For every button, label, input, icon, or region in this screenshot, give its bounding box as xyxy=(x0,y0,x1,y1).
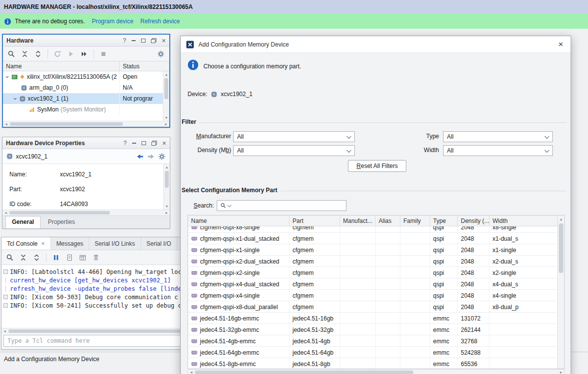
scroll-thumb[interactable] xyxy=(559,223,563,273)
tab-serial-io[interactable]: Serial I/O xyxy=(141,237,177,250)
type-select[interactable]: All xyxy=(443,131,553,142)
hw-row-xcvc1902[interactable]: xcvc1902_1 (1) Not prograr xyxy=(3,93,163,104)
refresh-icon[interactable] xyxy=(53,50,61,58)
forward-arrow-icon[interactable] xyxy=(147,153,155,160)
reset-all-filters-button[interactable]: Reset All Filters xyxy=(348,160,406,172)
scroll-left-icon[interactable]: ◂ xyxy=(188,370,195,374)
vertical-scrollbar[interactable]: ▴ ▾ xyxy=(163,71,169,121)
scroll-thumb[interactable] xyxy=(10,122,123,126)
hw-row-target[interactable]: xilinx_tcf/Xilinx/822115130065A (2 Open xyxy=(3,71,163,82)
column-header[interactable]: Width xyxy=(490,215,557,226)
fold-marker-icon[interactable] xyxy=(1,269,10,274)
scroll-thumb[interactable] xyxy=(9,211,110,214)
column-header[interactable]: Manufact... xyxy=(340,215,376,226)
close-icon[interactable]: × xyxy=(162,141,166,146)
tree-collapse-icon[interactable] xyxy=(5,75,9,79)
tab-messages[interactable]: Messages xyxy=(51,237,90,250)
search-icon[interactable] xyxy=(6,254,14,262)
column-header-name[interactable]: Name xyxy=(3,61,120,71)
back-arrow-icon[interactable] xyxy=(136,153,144,160)
scroll-thumb[interactable] xyxy=(195,371,413,374)
hw-row-sysmon[interactable]: SysMon (System Monitor) xyxy=(3,104,163,115)
minimize-icon[interactable] xyxy=(132,40,136,41)
table-row[interactable]: cfgmem-qspi-x2-dual_stacked cfgmem qspi … xyxy=(188,256,557,267)
scroll-up-icon[interactable]: ▴ xyxy=(163,71,169,78)
fast-forward-icon[interactable] xyxy=(80,50,88,58)
column-header[interactable]: Type xyxy=(430,215,458,226)
table-row[interactable]: jedec4.51-16gb-emmc jedec4.51-16gb emmc … xyxy=(188,313,557,324)
table-row[interactable]: cfgmem-qspi-x2-single cfgmem qspi 2048 x… xyxy=(188,267,557,278)
vertical-scrollbar[interactable]: ▴ ▾ xyxy=(163,164,170,210)
table-row[interactable]: cfgmem-qspi-x1-dual_stacked cfgmem qspi … xyxy=(188,233,557,244)
pause-output-icon[interactable] xyxy=(52,254,60,262)
horizontal-scrollbar[interactable]: ◂ ▸ xyxy=(3,121,169,127)
help-icon[interactable]: ? xyxy=(123,140,127,147)
copy-icon[interactable] xyxy=(65,254,73,262)
horizontal-scrollbar[interactable]: ◂ ▸ xyxy=(188,369,565,374)
expand-all-icon[interactable] xyxy=(34,50,42,58)
search-icon[interactable] xyxy=(7,50,15,58)
vertical-scrollbar[interactable]: ▴ xyxy=(557,215,564,369)
column-header[interactable]: Family xyxy=(400,215,430,226)
dialog-close-icon[interactable]: × xyxy=(556,41,565,49)
tab-properties[interactable]: Properties xyxy=(42,216,82,228)
fold-marker-icon[interactable] xyxy=(1,303,10,308)
tab-general[interactable]: General xyxy=(5,216,41,228)
search-box[interactable] xyxy=(217,200,346,211)
maximize-icon[interactable] xyxy=(141,39,146,43)
expand-all-icon[interactable] xyxy=(33,254,41,262)
horizontal-scrollbar[interactable]: ◂ ▸ xyxy=(2,210,170,215)
run-icon[interactable] xyxy=(67,50,75,58)
scroll-right-icon[interactable]: ▸ xyxy=(163,121,169,127)
collapse-all-icon[interactable] xyxy=(19,254,27,262)
table-row[interactable]: jedec4.51-8gb-emmc jedec4.51-8gb emmc 65… xyxy=(188,358,557,369)
column-header[interactable]: Alias xyxy=(376,215,400,226)
scroll-left-icon[interactable]: ◂ xyxy=(1,328,8,334)
maximize-icon[interactable] xyxy=(142,141,146,145)
tab-serial-io-links[interactable]: Serial I/O Links xyxy=(89,237,141,250)
scroll-down-icon[interactable]: ▾ xyxy=(164,203,170,210)
table-row[interactable]: cfgmem-qspi-x4-dual_stacked cfgmem qspi … xyxy=(188,278,557,290)
fold-marker-icon[interactable] xyxy=(1,295,10,299)
table-row[interactable]: cfgmem-qspi-x1-single cfgmem qspi 2048 x… xyxy=(188,244,557,256)
column-header[interactable]: Part xyxy=(290,215,340,226)
manufacturer-select[interactable]: All xyxy=(233,131,355,142)
tab-tcl-console[interactable]: Tcl Console × xyxy=(1,237,51,250)
scroll-up-icon[interactable]: ▴ xyxy=(558,215,564,222)
scroll-right-icon[interactable]: ▸ xyxy=(163,210,170,215)
column-header[interactable]: Density (... xyxy=(458,215,490,226)
scroll-left-icon[interactable]: ◂ xyxy=(3,121,9,127)
refresh-device-link[interactable]: Refresh device xyxy=(140,18,180,25)
tree-collapse-icon[interactable] xyxy=(13,97,17,101)
stop-icon[interactable] xyxy=(99,50,107,58)
scroll-up-icon[interactable]: ▴ xyxy=(164,164,170,170)
report-icon[interactable] xyxy=(79,254,87,262)
scroll-left-icon[interactable]: ◂ xyxy=(2,210,9,215)
collapse-all-icon[interactable] xyxy=(21,50,29,58)
fold-marker-icon[interactable] xyxy=(1,277,10,283)
help-icon[interactable]: ? xyxy=(123,37,126,44)
close-tab-icon[interactable]: × xyxy=(41,240,45,247)
width-select[interactable]: All xyxy=(443,145,553,156)
scroll-down-icon[interactable]: ▾ xyxy=(163,114,169,121)
table-row[interactable]: cfgmem-qspi-x8-dual_parallel cfgmem qspi… xyxy=(188,301,557,313)
table-row[interactable]: jedec4.51-4gb-emmc jedec4.51-4gb emmc 32… xyxy=(188,335,557,347)
close-icon[interactable]: × xyxy=(162,38,166,43)
settings-gear-icon[interactable] xyxy=(157,50,165,58)
float-icon[interactable] xyxy=(151,141,157,146)
scroll-thumb[interactable] xyxy=(164,78,168,99)
minimize-icon[interactable] xyxy=(132,143,136,144)
column-header[interactable]: Name xyxy=(188,215,290,226)
table-row[interactable]: cfgmem-ospi-x8-single cfgmem qspi 2048 x… xyxy=(188,226,557,233)
program-device-link[interactable]: Program device xyxy=(92,18,133,25)
hw-row-arm-dap[interactable]: arm_dap_0 (0) N/A xyxy=(3,82,163,93)
table-row[interactable]: cfgmem-qspi-x4-single cfgmem qspi 2048 x… xyxy=(188,290,557,301)
search-input[interactable] xyxy=(232,201,346,210)
float-icon[interactable] xyxy=(151,38,156,43)
column-header-status[interactable]: Status xyxy=(120,61,169,71)
fold-marker-icon[interactable] xyxy=(1,286,10,292)
scroll-thumb[interactable] xyxy=(165,171,169,188)
density-select[interactable]: All xyxy=(233,145,355,156)
settings-gear-icon[interactable] xyxy=(158,153,166,160)
clear-console-icon[interactable] xyxy=(92,254,100,262)
